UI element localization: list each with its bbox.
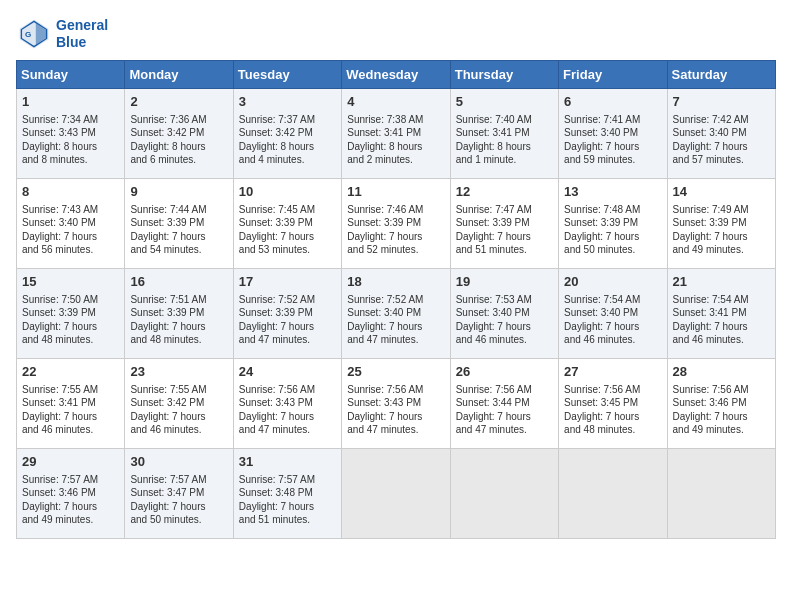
day-info: Sunrise: 7:48 AM Sunset: 3:39 PM Dayligh… <box>564 203 661 257</box>
day-info: Sunrise: 7:50 AM Sunset: 3:39 PM Dayligh… <box>22 293 119 347</box>
day-number: 23 <box>130 363 227 381</box>
day-info: Sunrise: 7:46 AM Sunset: 3:39 PM Dayligh… <box>347 203 444 257</box>
day-info: Sunrise: 7:44 AM Sunset: 3:39 PM Dayligh… <box>130 203 227 257</box>
day-number: 18 <box>347 273 444 291</box>
calendar-week-2: 8Sunrise: 7:43 AM Sunset: 3:40 PM Daylig… <box>17 179 776 269</box>
weekday-thursday: Thursday <box>450 61 558 89</box>
day-number: 11 <box>347 183 444 201</box>
calendar-cell: 1Sunrise: 7:34 AM Sunset: 3:43 PM Daylig… <box>17 89 125 179</box>
day-info: Sunrise: 7:52 AM Sunset: 3:40 PM Dayligh… <box>347 293 444 347</box>
day-info: Sunrise: 7:54 AM Sunset: 3:40 PM Dayligh… <box>564 293 661 347</box>
calendar-cell: 17Sunrise: 7:52 AM Sunset: 3:39 PM Dayli… <box>233 269 341 359</box>
day-number: 21 <box>673 273 770 291</box>
day-info: Sunrise: 7:56 AM Sunset: 3:46 PM Dayligh… <box>673 383 770 437</box>
weekday-sunday: Sunday <box>17 61 125 89</box>
calendar-cell: 15Sunrise: 7:50 AM Sunset: 3:39 PM Dayli… <box>17 269 125 359</box>
calendar-week-4: 22Sunrise: 7:55 AM Sunset: 3:41 PM Dayli… <box>17 359 776 449</box>
weekday-tuesday: Tuesday <box>233 61 341 89</box>
calendar-cell: 5Sunrise: 7:40 AM Sunset: 3:41 PM Daylig… <box>450 89 558 179</box>
calendar-cell: 9Sunrise: 7:44 AM Sunset: 3:39 PM Daylig… <box>125 179 233 269</box>
day-info: Sunrise: 7:41 AM Sunset: 3:40 PM Dayligh… <box>564 113 661 167</box>
day-number: 6 <box>564 93 661 111</box>
day-info: Sunrise: 7:52 AM Sunset: 3:39 PM Dayligh… <box>239 293 336 347</box>
day-number: 17 <box>239 273 336 291</box>
calendar-table: SundayMondayTuesdayWednesdayThursdayFrid… <box>16 60 776 539</box>
day-info: Sunrise: 7:38 AM Sunset: 3:41 PM Dayligh… <box>347 113 444 167</box>
logo-icon: G <box>16 16 52 52</box>
calendar-cell: 13Sunrise: 7:48 AM Sunset: 3:39 PM Dayli… <box>559 179 667 269</box>
calendar-cell: 23Sunrise: 7:55 AM Sunset: 3:42 PM Dayli… <box>125 359 233 449</box>
day-number: 1 <box>22 93 119 111</box>
day-info: Sunrise: 7:56 AM Sunset: 3:43 PM Dayligh… <box>239 383 336 437</box>
day-info: Sunrise: 7:37 AM Sunset: 3:42 PM Dayligh… <box>239 113 336 167</box>
calendar-week-3: 15Sunrise: 7:50 AM Sunset: 3:39 PM Dayli… <box>17 269 776 359</box>
calendar-cell: 3Sunrise: 7:37 AM Sunset: 3:42 PM Daylig… <box>233 89 341 179</box>
day-info: Sunrise: 7:57 AM Sunset: 3:46 PM Dayligh… <box>22 473 119 527</box>
day-number: 7 <box>673 93 770 111</box>
calendar-week-5: 29Sunrise: 7:57 AM Sunset: 3:46 PM Dayli… <box>17 449 776 539</box>
day-info: Sunrise: 7:56 AM Sunset: 3:44 PM Dayligh… <box>456 383 553 437</box>
day-number: 28 <box>673 363 770 381</box>
calendar-cell: 18Sunrise: 7:52 AM Sunset: 3:40 PM Dayli… <box>342 269 450 359</box>
day-number: 12 <box>456 183 553 201</box>
calendar-body: 1Sunrise: 7:34 AM Sunset: 3:43 PM Daylig… <box>17 89 776 539</box>
day-number: 19 <box>456 273 553 291</box>
day-info: Sunrise: 7:47 AM Sunset: 3:39 PM Dayligh… <box>456 203 553 257</box>
day-info: Sunrise: 7:40 AM Sunset: 3:41 PM Dayligh… <box>456 113 553 167</box>
calendar-cell: 25Sunrise: 7:56 AM Sunset: 3:43 PM Dayli… <box>342 359 450 449</box>
calendar-cell <box>559 449 667 539</box>
day-info: Sunrise: 7:56 AM Sunset: 3:43 PM Dayligh… <box>347 383 444 437</box>
day-info: Sunrise: 7:54 AM Sunset: 3:41 PM Dayligh… <box>673 293 770 347</box>
day-number: 5 <box>456 93 553 111</box>
day-number: 30 <box>130 453 227 471</box>
day-number: 8 <box>22 183 119 201</box>
calendar-cell: 21Sunrise: 7:54 AM Sunset: 3:41 PM Dayli… <box>667 269 775 359</box>
day-info: Sunrise: 7:36 AM Sunset: 3:42 PM Dayligh… <box>130 113 227 167</box>
logo: G General Blue <box>16 16 108 52</box>
calendar-cell: 12Sunrise: 7:47 AM Sunset: 3:39 PM Dayli… <box>450 179 558 269</box>
calendar-cell: 14Sunrise: 7:49 AM Sunset: 3:39 PM Dayli… <box>667 179 775 269</box>
weekday-header-row: SundayMondayTuesdayWednesdayThursdayFrid… <box>17 61 776 89</box>
calendar-cell: 30Sunrise: 7:57 AM Sunset: 3:47 PM Dayli… <box>125 449 233 539</box>
weekday-saturday: Saturday <box>667 61 775 89</box>
calendar-cell: 8Sunrise: 7:43 AM Sunset: 3:40 PM Daylig… <box>17 179 125 269</box>
page-header: G General Blue <box>16 16 776 52</box>
calendar-header: SundayMondayTuesdayWednesdayThursdayFrid… <box>17 61 776 89</box>
day-number: 13 <box>564 183 661 201</box>
day-number: 20 <box>564 273 661 291</box>
weekday-wednesday: Wednesday <box>342 61 450 89</box>
weekday-monday: Monday <box>125 61 233 89</box>
day-number: 3 <box>239 93 336 111</box>
calendar-cell: 2Sunrise: 7:36 AM Sunset: 3:42 PM Daylig… <box>125 89 233 179</box>
day-info: Sunrise: 7:51 AM Sunset: 3:39 PM Dayligh… <box>130 293 227 347</box>
day-number: 15 <box>22 273 119 291</box>
calendar-cell: 4Sunrise: 7:38 AM Sunset: 3:41 PM Daylig… <box>342 89 450 179</box>
day-info: Sunrise: 7:34 AM Sunset: 3:43 PM Dayligh… <box>22 113 119 167</box>
day-info: Sunrise: 7:42 AM Sunset: 3:40 PM Dayligh… <box>673 113 770 167</box>
day-number: 25 <box>347 363 444 381</box>
calendar-cell: 11Sunrise: 7:46 AM Sunset: 3:39 PM Dayli… <box>342 179 450 269</box>
calendar-cell: 6Sunrise: 7:41 AM Sunset: 3:40 PM Daylig… <box>559 89 667 179</box>
day-number: 24 <box>239 363 336 381</box>
day-number: 9 <box>130 183 227 201</box>
calendar-cell: 7Sunrise: 7:42 AM Sunset: 3:40 PM Daylig… <box>667 89 775 179</box>
calendar-cell: 24Sunrise: 7:56 AM Sunset: 3:43 PM Dayli… <box>233 359 341 449</box>
calendar-week-1: 1Sunrise: 7:34 AM Sunset: 3:43 PM Daylig… <box>17 89 776 179</box>
day-info: Sunrise: 7:55 AM Sunset: 3:41 PM Dayligh… <box>22 383 119 437</box>
day-info: Sunrise: 7:55 AM Sunset: 3:42 PM Dayligh… <box>130 383 227 437</box>
day-info: Sunrise: 7:43 AM Sunset: 3:40 PM Dayligh… <box>22 203 119 257</box>
calendar-cell <box>342 449 450 539</box>
day-number: 16 <box>130 273 227 291</box>
svg-text:G: G <box>25 30 31 39</box>
day-info: Sunrise: 7:53 AM Sunset: 3:40 PM Dayligh… <box>456 293 553 347</box>
day-number: 26 <box>456 363 553 381</box>
calendar-cell: 26Sunrise: 7:56 AM Sunset: 3:44 PM Dayli… <box>450 359 558 449</box>
calendar-cell: 19Sunrise: 7:53 AM Sunset: 3:40 PM Dayli… <box>450 269 558 359</box>
day-number: 14 <box>673 183 770 201</box>
calendar-cell: 16Sunrise: 7:51 AM Sunset: 3:39 PM Dayli… <box>125 269 233 359</box>
day-info: Sunrise: 7:49 AM Sunset: 3:39 PM Dayligh… <box>673 203 770 257</box>
day-info: Sunrise: 7:56 AM Sunset: 3:45 PM Dayligh… <box>564 383 661 437</box>
calendar-cell <box>667 449 775 539</box>
day-number: 29 <box>22 453 119 471</box>
day-info: Sunrise: 7:57 AM Sunset: 3:47 PM Dayligh… <box>130 473 227 527</box>
